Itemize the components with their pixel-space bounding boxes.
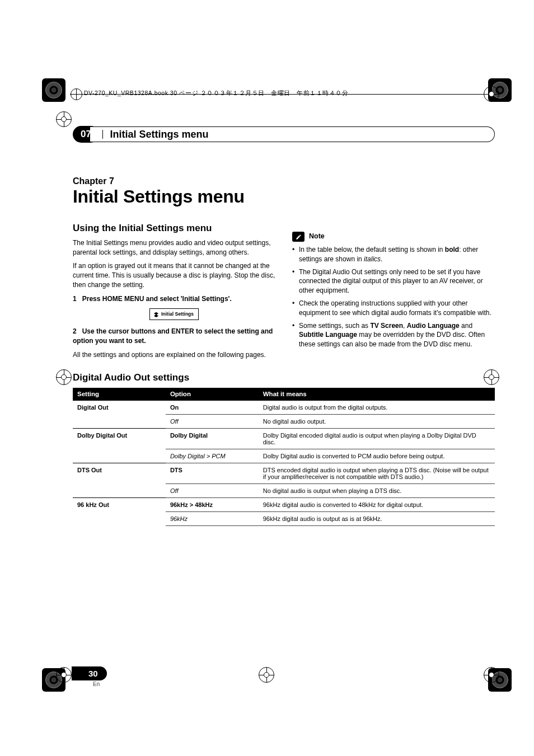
text: , (403, 322, 407, 330)
left-column: Using the Initial Settings menu The Init… (73, 222, 275, 364)
note-icon (292, 232, 305, 242)
table-cell-setting: DTS Out (73, 463, 166, 483)
corner-decoration (42, 78, 65, 102)
step-1: 1 Press HOME MENU and select 'Initial Se… (73, 294, 275, 304)
layers-icon (153, 312, 159, 317)
table-header: What it means (259, 388, 495, 401)
table-cell-meaning: No digital audio is output when playing … (259, 483, 495, 497)
table-cell-setting (73, 414, 166, 428)
section-title-pill: Initial Settings menu (90, 126, 495, 142)
step-text: Use the cursor buttons and ENTER to sele… (73, 327, 273, 345)
table-row: 96 kHz Out96kHz > 48kHz96kHz digital aud… (73, 497, 495, 511)
text: In the table below, the default setting … (299, 246, 445, 253)
table-row: OffNo digital audio is output when playi… (73, 483, 495, 497)
paragraph: All the settings and options are explain… (73, 350, 275, 360)
table-row: Dolby Digital > PCMDolby Digital audio i… (73, 449, 495, 463)
table-cell-option: 96kHz (166, 511, 259, 525)
table-cell-meaning: 96kHz digital audio is output as is at 9… (259, 511, 495, 525)
page-language: En (93, 681, 100, 687)
table-cell-setting: Dolby Digital Out (73, 428, 166, 449)
text: . (381, 255, 382, 263)
page-number-ribbon: 30 (72, 666, 107, 680)
table-cell-option: On (166, 400, 259, 414)
table-cell-option: DTS (166, 463, 259, 483)
text-bold: TV Screen (370, 322, 403, 330)
table-cell-meaning: DTS encoded digital audio is output when… (259, 463, 495, 483)
table-cell-setting (73, 483, 166, 497)
list-item: The Digital Audio Out settings only need… (292, 267, 495, 295)
step-2: 2 Use the cursor buttons and ENTER to se… (73, 327, 275, 346)
settings-table: Setting Option What it means Digital Out… (73, 388, 495, 526)
table-cell-option: Dolby Digital > PCM (166, 449, 259, 463)
table-cell-option: Dolby Digital (166, 428, 259, 449)
paragraph: The Initial Settings menu provides audio… (73, 238, 275, 257)
text: and (460, 322, 472, 330)
table-cell-setting: 96 kHz Out (73, 497, 166, 511)
text-bold: bold (445, 246, 459, 253)
chip-text: Initial Settings (161, 311, 194, 318)
table-cell-meaning: No digital audio output. (259, 414, 495, 428)
table-cell-setting: Digital Out (73, 400, 166, 414)
registration-mark-icon (56, 667, 72, 683)
table-cell-option: 96kHz > 48kHz (166, 497, 259, 511)
step-text: Press HOME MENU and select 'Initial Sett… (82, 295, 232, 303)
list-item: Check the operating instructions supplie… (292, 299, 495, 318)
list-item: Some settings, such as TV Screen, Audio … (292, 321, 495, 349)
table-cell-option: Off (166, 414, 259, 428)
list-item: In the table below, the default setting … (292, 245, 495, 264)
table-header: Option (166, 388, 259, 401)
step-number: 2 (73, 327, 77, 335)
initial-settings-chip: Initial Settings (149, 308, 199, 321)
note-label: Note (309, 232, 325, 242)
table-cell-meaning: Digital audio is output from the digital… (259, 400, 495, 414)
table-cell-meaning: Dolby Digital audio is converted to PCM … (259, 449, 495, 463)
table-row: 96kHz96kHz digital audio is output as is… (73, 511, 495, 525)
section-title: Initial Settings menu (110, 129, 208, 140)
table-heading: Digital Audio Out settings (73, 372, 495, 383)
step-number: 1 (73, 295, 77, 303)
text-bold: Audio Language (407, 322, 460, 330)
note-bullet-list: In the table below, the default setting … (292, 245, 495, 349)
table-row: Dolby Digital OutDolby DigitalDolby Digi… (73, 428, 495, 449)
table-cell-setting (73, 449, 166, 463)
table-row: DTS OutDTSDTS encoded digital audio is o… (73, 463, 495, 483)
table-cell-setting (73, 511, 166, 525)
table-row: OffNo digital audio output. (73, 414, 495, 428)
registration-mark-icon (56, 111, 72, 127)
table-cell-meaning: 96kHz digital audio is converted to 48kH… (259, 497, 495, 511)
text: Some settings, such as (299, 322, 370, 330)
chapter-label: Chapter 7 (73, 176, 495, 186)
table-row: Digital OutOnDigital audio is output fro… (73, 400, 495, 414)
table-cell-option: Off (166, 483, 259, 497)
table-header: Setting (73, 388, 166, 401)
text: Check the operating instructions supplie… (299, 299, 491, 317)
table-header-row: Setting Option What it means (73, 388, 495, 401)
right-column: Note In the table below, the default set… (292, 222, 495, 364)
text-bold: Subtitle Language (299, 331, 357, 339)
pill-separator (102, 130, 104, 139)
page-title: Initial Settings menu (73, 186, 495, 207)
table-cell-meaning: Dolby Digital encoded digital audio is o… (259, 428, 495, 449)
text-italic: italics (364, 255, 381, 263)
text: The Digital Audio Out settings only need… (299, 268, 483, 295)
subhead-using: Using the Initial Settings menu (73, 222, 275, 235)
registration-mark-icon (56, 369, 72, 385)
paragraph: If an option is grayed out it means that… (73, 261, 275, 289)
